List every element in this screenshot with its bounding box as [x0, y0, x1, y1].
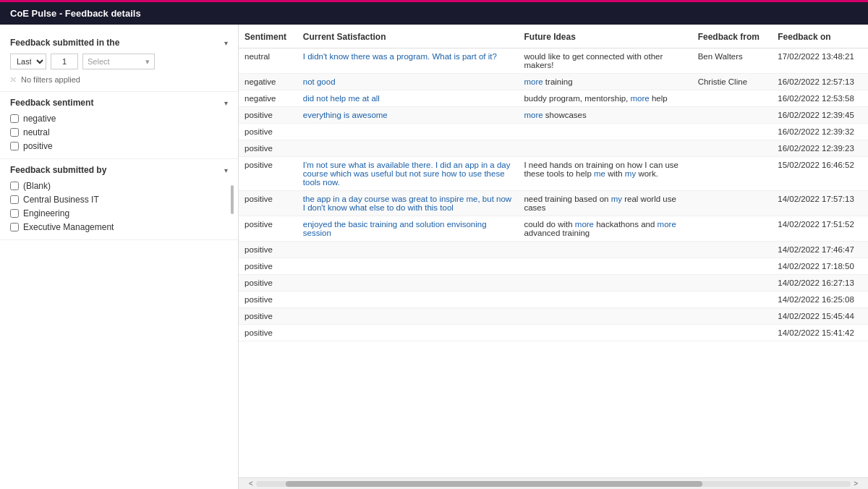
sentiment-cell: positive: [239, 242, 297, 258]
app-title: CoE Pulse - Feedback details: [10, 8, 141, 19]
feedback-on-cell: 14/02/2022 17:18:50: [772, 258, 868, 275]
submitted-by-blank-checkbox[interactable]: [10, 182, 19, 190]
sidebar: Feedback submitted in the ▾ Last Select …: [0, 25, 239, 489]
main-layout: Feedback submitted in the ▾ Last Select …: [0, 25, 868, 489]
satisfaction-cell: [297, 242, 519, 258]
table-row: neutralI didn't know there was a program…: [239, 48, 868, 74]
filter-submitted-in-controls: Last Select ▾: [10, 54, 228, 69]
last-select[interactable]: Last: [10, 54, 46, 69]
no-filters-label: ⛌ No filters applied: [10, 75, 228, 84]
feedback-from-cell: [692, 325, 773, 341]
future-ideas-cell: more training: [518, 74, 692, 90]
feedback-on-cell: 16/02/2022 12:57:13: [772, 74, 868, 90]
future-ideas-cell: [518, 242, 692, 258]
satisfaction-cell: [297, 325, 519, 341]
sentiment-cell: positive: [239, 292, 297, 308]
sentiment-cell: positive: [239, 258, 297, 275]
horizontal-scrollbar[interactable]: < >: [239, 477, 868, 489]
satisfaction-cell: I'm not sure what is available there. I …: [297, 157, 519, 191]
scroll-left-icon[interactable]: <: [246, 480, 256, 488]
scroll-right-icon[interactable]: >: [851, 480, 861, 488]
feedback-from-cell: [692, 90, 773, 107]
sidebar-scroll-indicator: [231, 185, 234, 214]
period-select[interactable]: Select ▾: [82, 54, 155, 69]
table-row: negativedid not help me at allbuddy prog…: [239, 90, 868, 107]
feedback-on-cell: 16/02/2022 12:39:32: [772, 124, 868, 140]
sentiment-cell: neutral: [239, 48, 297, 74]
scrollbar-thumb[interactable]: [286, 481, 702, 487]
sentiment-neutral-item: neutral: [10, 127, 228, 137]
table-row: positive14/02/2022 16:25:08: [239, 292, 868, 308]
chevron-down-icon-2: ▾: [224, 99, 228, 107]
satisfaction-cell: [297, 292, 519, 308]
filter-sentiment: Feedback sentiment ▾ negative neutral po…: [0, 92, 238, 159]
scrollbar-track[interactable]: [256, 481, 851, 487]
submitted-by-exec-label: Executive Management: [23, 222, 114, 232]
feedback-from-cell: [692, 308, 773, 325]
feedback-on-cell: 14/02/2022 16:25:08: [772, 292, 868, 308]
satisfaction-cell: I didn't know there was a program. What …: [297, 48, 519, 74]
submitted-by-engineering-checkbox[interactable]: [10, 209, 19, 218]
table-wrapper[interactable]: Sentiment Current Satisfaction Future Id…: [239, 25, 868, 477]
table-header-row: Sentiment Current Satisfaction Future Id…: [239, 25, 868, 48]
feedback-on-cell: 16/02/2022 12:53:58: [772, 90, 868, 107]
sentiment-neutral-label: neutral: [23, 127, 50, 137]
sentiment-cell: positive: [239, 107, 297, 124]
filter-submitted-by: Feedback submitted by ▾ (Blank) Central …: [0, 159, 238, 240]
table-row: positivethe app in a day course was grea…: [239, 191, 868, 216]
feedback-on-cell: 14/02/2022 15:41:42: [772, 325, 868, 341]
submitted-by-blank-item: (Blank): [10, 181, 228, 191]
submitted-by-central-label: Central Business IT: [23, 195, 99, 205]
period-chevron-icon: ▾: [145, 57, 150, 67]
filter-submitted-in-header[interactable]: Feedback submitted in the ▾: [10, 38, 228, 48]
table-row: negativenot goodmore trainingChristie Cl…: [239, 74, 868, 90]
col-sentiment: Sentiment: [239, 25, 297, 48]
feedback-from-cell: Ben Walters: [692, 48, 773, 74]
feedback-table: Sentiment Current Satisfaction Future Id…: [239, 25, 868, 341]
feedback-on-cell: 14/02/2022 16:27:13: [772, 275, 868, 292]
satisfaction-cell: did not help me at all: [297, 90, 519, 107]
sentiment-neutral-checkbox[interactable]: [10, 128, 19, 137]
col-feedback-on: Feedback on: [772, 25, 868, 48]
future-ideas-cell: [518, 292, 692, 308]
feedback-on-cell: 14/02/2022 17:46:47: [772, 242, 868, 258]
submitted-by-exec-checkbox[interactable]: [10, 223, 19, 231]
future-ideas-cell: [518, 275, 692, 292]
satisfaction-cell: the app in a day course was great to ins…: [297, 191, 519, 216]
filter-sentiment-title: Feedback sentiment: [10, 98, 93, 108]
sentiment-positive-checkbox[interactable]: [10, 142, 19, 150]
feedback-on-cell: 17/02/2022 13:48:21: [772, 48, 868, 74]
feedback-from-cell: [692, 275, 773, 292]
period-number-input[interactable]: [51, 54, 78, 69]
feedback-from-cell: [692, 157, 773, 191]
feedback-on-cell: 14/02/2022 17:51:52: [772, 216, 868, 242]
sentiment-cell: positive: [239, 191, 297, 216]
filter-icon: ⛌: [10, 75, 18, 84]
filter-submitted-in-title: Feedback submitted in the: [10, 38, 119, 48]
table-row: positive14/02/2022 17:46:47: [239, 242, 868, 258]
feedback-on-cell: 16/02/2022 12:39:45: [772, 107, 868, 124]
submitted-by-central-checkbox[interactable]: [10, 195, 19, 204]
table-row: positiveeverything is awesomemore showca…: [239, 107, 868, 124]
future-ideas-cell: need training based on my real world use…: [518, 191, 692, 216]
feedback-from-cell: [692, 216, 773, 242]
sentiment-negative-checkbox[interactable]: [10, 114, 19, 123]
filter-sentiment-header[interactable]: Feedback sentiment ▾: [10, 98, 228, 108]
table-row: positive16/02/2022 12:39:32: [239, 124, 868, 140]
submitted-by-blank-label: (Blank): [23, 181, 51, 191]
filter-submitted-by-title: Feedback submitted by: [10, 165, 106, 175]
filter-submitted-by-header[interactable]: Feedback submitted by ▾: [10, 165, 228, 175]
sentiment-negative-item: negative: [10, 114, 228, 124]
future-ideas-cell: I need hands on training on how I can us…: [518, 157, 692, 191]
satisfaction-cell: [297, 275, 519, 292]
future-ideas-cell: [518, 325, 692, 341]
submitted-by-engineering-label: Engineering: [23, 208, 69, 218]
col-future-ideas: Future Ideas: [518, 25, 692, 48]
future-ideas-cell: would like to get connected with other m…: [518, 48, 692, 74]
title-bar: CoE Pulse - Feedback details: [0, 0, 868, 25]
feedback-from-cell: [692, 107, 773, 124]
filter-submitted-in: Feedback submitted in the ▾ Last Select …: [0, 32, 238, 92]
sentiment-cell: positive: [239, 140, 297, 157]
table-row: positiveI'm not sure what is available t…: [239, 157, 868, 191]
feedback-from-cell: [692, 191, 773, 216]
